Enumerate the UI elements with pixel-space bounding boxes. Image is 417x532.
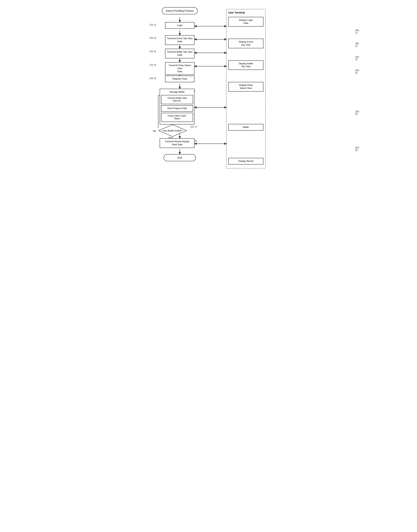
register-party-text: Register Party: [165, 76, 195, 82]
s1-5-label: (S1-5): [150, 77, 156, 80]
s1-1-label: (S1-1): [150, 23, 156, 26]
display-party-box: Display PartySelect View: [228, 82, 263, 92]
s1-3-label: (S1-3): [150, 50, 156, 53]
manage-battle-box: Manage Battle Transmit Battle ViewData e…: [160, 89, 195, 125]
user-terminal-box: User Terminal Display LoginView (S2-1) D…: [226, 9, 266, 168]
manage-battle-outer: Manage Battle Transmit Battle ViewData e…: [160, 89, 195, 125]
s2-3-label: (S2-3): [355, 56, 360, 61]
transmit-battle-view-box: Transmit Battle ViewData etc.: [161, 95, 193, 104]
manage-battle-title: Manage Battle: [161, 91, 193, 94]
transmit-battle-text: Transmit Battle Top ViewData: [165, 49, 195, 58]
s1-2-label: (S1-2): [150, 36, 156, 39]
transmit-result-box: Transmit Result DisplayView Data: [160, 138, 195, 148]
register-party-box: Register Party: [165, 76, 195, 82]
s2-6-label: (S2-6): [355, 146, 360, 151]
end-label: End: [164, 154, 196, 161]
s2-5-label: (S2-5): [355, 110, 360, 115]
transmit-event-text: Transmit Event Top ViewData: [165, 35, 195, 45]
flowchart-container: Game Providing Process (S1-1) Login (S1-…: [138, 4, 279, 183]
transmit-party-text: Transmit Party Select ViewData: [165, 62, 195, 75]
check-users-box: Check Other Users'Status: [161, 113, 193, 122]
start-node: Game Providing Process: [162, 7, 198, 14]
transmit-event-box: Transmit Event Top ViewData: [165, 35, 195, 45]
display-login-box: Display LoginView: [228, 17, 263, 27]
s1-7-label: (S1-7): [190, 125, 197, 128]
end-node: End: [164, 154, 196, 161]
start-label: Game Providing Process: [162, 7, 198, 14]
s1-4-label: (S1-4): [150, 63, 156, 66]
s2-4-label: (S2-4): [355, 69, 360, 74]
terminal-title: User Terminal: [228, 11, 263, 14]
login-text: Login: [165, 22, 195, 29]
login-box: Login: [165, 22, 195, 29]
s2-2-label: (S2-2): [355, 42, 360, 47]
display-battle-box: Display BattleTop View: [228, 60, 263, 70]
battle-box: Battle: [228, 124, 263, 131]
diamond-battle-ended: Has Battle Ended? N0 YES: [158, 124, 187, 138]
diamond-text: Has Battle Ended?: [162, 129, 183, 132]
s2-1-label: (S2-1): [355, 29, 360, 34]
display-event-box: Display EventTop View: [228, 39, 263, 48]
transmit-result-text: Transmit Result DisplayView Data: [160, 138, 195, 148]
no-label: N0: [153, 130, 156, 132]
transmit-battle-box: Transmit Battle Top ViewData: [165, 49, 195, 58]
display-result-box: Display Result: [228, 158, 263, 165]
store-progress-box: Store Progress Data: [161, 105, 193, 112]
transmit-party-box: Transmit Party Select ViewData: [165, 62, 195, 75]
